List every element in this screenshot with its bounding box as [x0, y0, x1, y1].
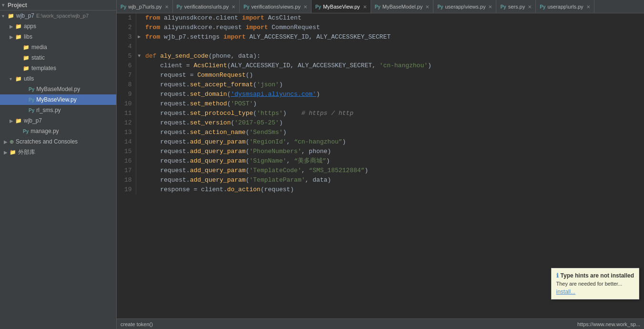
- external-arrow-icon: ▶: [4, 150, 10, 155]
- scratches-icon: ⊕: [10, 139, 14, 145]
- line-fold-16: [136, 156, 142, 166]
- sidebar-item-external[interactable]: ▶ 📁 外部库: [0, 147, 116, 157]
- line-fold-17: [136, 166, 142, 175]
- rlsms-label: rl_sms.py: [36, 107, 60, 113]
- tab-close-1[interactable]: ✕: [165, 4, 169, 10]
- code-line-7: 7 request = CommonRequest(): [117, 71, 644, 80]
- sidebar-item-mybasemodel[interactable]: ▶ Py MyBaseModel.py: [0, 84, 116, 94]
- tab-label-4: MyBaseView.py: [323, 4, 360, 10]
- statusbar-right: https://www.new.work_sp...: [577, 321, 640, 327]
- tab-close-6[interactable]: ✕: [488, 4, 492, 10]
- code-line-11: 11 request.set_protocol_type('https') # …: [117, 109, 644, 118]
- line-num-9: 9: [117, 90, 136, 99]
- tab-close-5[interactable]: ✕: [425, 4, 429, 10]
- tab-userapp-urls[interactable]: Py userapp\urls.py ✕: [536, 0, 594, 13]
- line-num-14: 14: [117, 137, 136, 147]
- sidebar-root[interactable]: ▾ 📁 wjb_p7 E:\work_space\wjb_p7: [0, 10, 116, 21]
- line-fold-13: [136, 128, 142, 137]
- popup-title: ℹ Type hints are not installed: [556, 272, 634, 279]
- line-fold-9: [136, 90, 142, 99]
- line-fold-3[interactable]: ▶: [136, 32, 142, 42]
- tab-sers[interactable]: Py sers.py ✕: [496, 0, 536, 13]
- mybasemodel-py-icon: Py: [29, 87, 34, 92]
- tab-label-2: verifications\urls.py: [184, 4, 229, 10]
- utils-label: utils: [24, 75, 34, 82]
- root-arrow-icon: ▾: [2, 13, 8, 19]
- tab-mybaseview[interactable]: Py MyBaseView.py ✕: [312, 0, 371, 13]
- tab-userapp-views[interactable]: Py userapp\views.py ✕: [433, 0, 496, 13]
- tab-close-4[interactable]: ✕: [363, 4, 367, 10]
- line-num-2: 2: [117, 23, 136, 32]
- code-line-15: 15 request.add_query_param('PhoneNumbers…: [117, 147, 644, 156]
- code-line-8: 8 request.set_accept_format('json'): [117, 80, 644, 90]
- line-num-6: 6: [117, 61, 136, 71]
- sidebar-item-libs[interactable]: ▶ 📁 libs: [0, 31, 116, 42]
- sidebar-item-media[interactable]: ▶ 📁 media: [0, 42, 116, 52]
- sidebar-project-header[interactable]: ▾ Project: [0, 0, 116, 10]
- tab-py-icon-3: Py: [243, 4, 249, 10]
- code-line-17: 17 request.add_query_param('TemplateCode…: [117, 166, 644, 175]
- line-code-12: request.set_version('2017-05-25'): [142, 118, 644, 128]
- tab-close-7[interactable]: ✕: [528, 4, 532, 10]
- code-line-16: 16 request.add_query_param('SignName', “…: [117, 156, 644, 166]
- sidebar-item-static[interactable]: ▶ 📁 static: [0, 52, 116, 63]
- apps-label: apps: [24, 23, 36, 30]
- popup-install-link[interactable]: install...: [556, 288, 576, 295]
- sidebar-item-wjbp7[interactable]: ▶ 📁 wjb_p7: [0, 115, 116, 126]
- managepy-py-icon: Py: [23, 129, 29, 134]
- code-line-12: 12 request.set_version('2017-05-25'): [117, 118, 644, 128]
- statusbar: create token() https://www.new.work_sp..…: [117, 319, 644, 329]
- line-num-16: 16: [117, 156, 136, 166]
- line-fold-8: [136, 80, 142, 90]
- tab-py-icon-1: Py: [121, 4, 126, 10]
- line-code-16: request.add_query_param('SignName', “美多商…: [142, 156, 644, 166]
- code-editor[interactable]: 1 from aliyunsdkcore.client import AcsCl…: [117, 13, 644, 319]
- sidebar-item-apps[interactable]: ▶ 📁 apps: [0, 21, 116, 31]
- utils-folder-icon: 📁: [15, 76, 22, 82]
- code-line-19: 19 response = client.do_action(request): [117, 185, 644, 195]
- line-num-3: 3: [117, 32, 136, 42]
- tab-ver-views[interactable]: Py verifications\views.py ✕: [240, 0, 312, 13]
- utils-arrow-icon: ▾: [10, 76, 15, 82]
- project-label: Project: [8, 2, 27, 9]
- tab-wjb-urls[interactable]: Py wjb_p7\urls.py ✕: [117, 0, 173, 13]
- sidebar-item-utils[interactable]: ▾ 📁 utils: [0, 73, 116, 84]
- sidebar-item-mybaseview[interactable]: ▶ Py MyBaseView.py: [0, 94, 116, 105]
- sidebar-item-managepy[interactable]: ▶ Py manage.py: [0, 126, 116, 136]
- code-line-10: 10 request.set_method('POST'): [117, 99, 644, 109]
- tab-close-3[interactable]: ✕: [303, 4, 307, 10]
- root-path: E:\work_space\wjb_p7: [36, 13, 89, 19]
- tab-close-2[interactable]: ✕: [231, 4, 235, 10]
- line-code-14: request.add_query_param('RegionId', “cn-…: [142, 137, 644, 147]
- mybaseview-label: MyBaseView.py: [36, 96, 77, 103]
- apps-folder-icon: 📁: [15, 23, 22, 30]
- tab-mybasemodel[interactable]: Py MyBaseModel.py ✕: [371, 0, 434, 13]
- main-panel: Py wjb_p7\urls.py ✕ Py verifications\url…: [117, 0, 644, 329]
- popup-info-icon: ℹ: [556, 272, 559, 279]
- code-line-1: 1 from aliyunsdkcore.client import AcsCl…: [117, 13, 644, 23]
- line-code-9: request.set_domain('dysmsapi.aliyuncs.co…: [142, 90, 644, 99]
- line-num-17: 17: [117, 166, 136, 175]
- line-fold-2: [136, 23, 142, 32]
- tab-py-icon-6: Py: [437, 4, 443, 10]
- code-line-14: 14 request.add_query_param('RegionId', “…: [117, 137, 644, 147]
- tab-label-6: userapp\views.py: [445, 4, 485, 10]
- line-fold-5[interactable]: ▼: [136, 51, 142, 61]
- code-table: 1 from aliyunsdkcore.client import AcsCl…: [117, 13, 644, 195]
- media-label: media: [31, 44, 47, 51]
- line-code-18: request.add_query_param('TemplateParam',…: [142, 175, 644, 185]
- tab-close-8[interactable]: ✕: [586, 4, 590, 10]
- line-code-1: from aliyunsdkcore.client import AcsClie…: [142, 13, 644, 23]
- tab-label-8: userapp\urls.py: [547, 4, 583, 10]
- code-line-5: 5 ▼ def aly_send_code(phone, data):: [117, 51, 644, 61]
- sidebar-item-scratches[interactable]: ▶ ⊕ Scratches and Consoles: [0, 136, 116, 147]
- root-folder-icon: 📁: [8, 13, 14, 19]
- line-num-7: 7: [117, 71, 136, 80]
- tab-label-3: verifications\views.py: [252, 4, 301, 10]
- sidebar-item-templates[interactable]: ▶ 📁 templates: [0, 63, 116, 73]
- sidebar-item-rlsms[interactable]: ▶ Py rl_sms.py: [0, 105, 116, 115]
- line-num-11: 11: [117, 109, 136, 118]
- line-num-18: 18: [117, 175, 136, 185]
- line-code-13: request.set_action_name('SendSms'): [142, 128, 644, 137]
- tab-ver-urls[interactable]: Py verifications\urls.py ✕: [173, 0, 240, 13]
